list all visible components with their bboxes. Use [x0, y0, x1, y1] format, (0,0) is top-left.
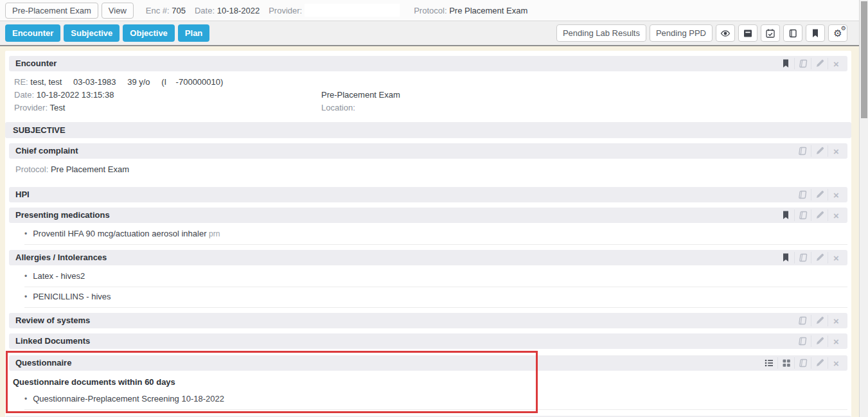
pencil-icon[interactable] [811, 145, 828, 157]
pencil-icon[interactable] [811, 315, 828, 326]
book-icon[interactable] [794, 357, 811, 369]
list-view-icon[interactable] [761, 357, 777, 369]
note-panel: Encounter × RE: test, test 03-03-1983 39… [5, 51, 851, 417]
eye-icon [720, 28, 731, 39]
scrollbar-thumb[interactable] [861, 1, 867, 118]
presenting-medications-actions: × [777, 209, 844, 221]
pencil-icon[interactable] [811, 189, 828, 200]
hpi-title: HPI [15, 190, 30, 199]
nav-objective-button[interactable]: Objective [123, 24, 175, 42]
pencil-icon[interactable] [811, 58, 828, 69]
calendar-icon-button[interactable] [761, 24, 780, 42]
provider-field-label: Provider: [269, 6, 302, 15]
archive-icon-button[interactable] [738, 24, 757, 42]
book-icon[interactable] [794, 189, 811, 200]
note-content-area: Encounter × RE: test, test 03-03-1983 39… [0, 46, 859, 417]
encounter-info-bar: Pre-Placement Exam View Enc #: 705 Date:… [0, 0, 859, 21]
chief-complaint-actions: × [794, 145, 844, 157]
encounter-section-actions: × [777, 58, 844, 69]
close-icon[interactable]: × [828, 58, 844, 69]
book-icon[interactable] [794, 58, 811, 69]
linked-documents-header: Linked Documents × [9, 333, 847, 349]
book-icon [788, 28, 798, 39]
gears-icon: ⚙⚙ [833, 28, 842, 38]
vertical-scrollbar[interactable] [859, 0, 868, 417]
book-icon[interactable] [794, 315, 811, 326]
allergies-title: Allergies / Intolerances [15, 253, 107, 262]
pending-ppd-button[interactable]: Pending PPD [650, 24, 713, 42]
bookmark-icon[interactable] [777, 252, 794, 263]
provider-input[interactable] [305, 4, 400, 17]
encounter-details: RE: test, test 03-03-1983 39 y/o (I -700… [9, 71, 847, 122]
close-icon[interactable]: × [828, 189, 844, 200]
medication-list: Proventil HFA 90 mcg/actuation aerosol i… [9, 224, 847, 245]
nav-encounter-button[interactable]: Encounter [5, 24, 60, 42]
chief-complaint-title: Chief complaint [15, 146, 78, 155]
calendar-check-icon [765, 28, 775, 39]
pencil-icon[interactable] [811, 209, 828, 221]
questionnaire-document-item[interactable]: Questionnaire-Preplacement Screening 10-… [24, 389, 847, 410]
close-icon[interactable]: × [828, 145, 844, 157]
subjective-title: SUBJECTIVE [13, 125, 66, 135]
book-icon-button[interactable] [783, 24, 802, 42]
allergies-header: Allergies / Intolerances × [9, 250, 847, 265]
review-of-systems-actions: × [794, 315, 844, 326]
chief-complaint-content: Protocol: Pre Placement Exam [9, 159, 847, 182]
allergy-list: Latex - hives2 PENICILLINS - hives [9, 267, 847, 308]
patient-id: (I -700000010) [161, 77, 223, 87]
enc-number: Enc #: 705 [146, 6, 186, 15]
presenting-medications-title: Presenting medications [15, 210, 110, 220]
close-icon[interactable]: × [828, 315, 844, 326]
settings-icon-button[interactable]: ⚙⚙ [828, 24, 847, 42]
close-icon[interactable]: × [828, 252, 844, 263]
medication-item[interactable]: Proventil HFA 90 mcg/actuation aerosol i… [24, 224, 847, 245]
bookmark-icon-button[interactable] [806, 24, 825, 42]
protocol-info: Protocol: Pre Placement Exam [414, 6, 527, 15]
provider-line: Provider: Test [14, 102, 321, 114]
bookmark-icon [810, 28, 820, 39]
view-button[interactable]: View [102, 3, 134, 19]
subjective-section-header: SUBJECTIVE [5, 122, 851, 138]
allergy-item[interactable]: Latex - hives2 [24, 267, 847, 287]
hpi-actions: × [794, 189, 844, 200]
questionnaire-document-list: Questionnaire-Preplacement Screening 10-… [9, 389, 847, 410]
location-line: Location: [321, 102, 355, 114]
linked-documents-title: Linked Documents [15, 336, 90, 346]
close-icon[interactable]: × [828, 357, 844, 369]
encounter-date-line: Date: 10-18-2022 13:15:38 [14, 89, 321, 102]
close-icon[interactable]: × [828, 335, 844, 347]
section-nav-bar: Encounter Subjective Objective Plan Pend… [0, 21, 859, 46]
questionnaire-actions: × [761, 357, 844, 369]
book-icon[interactable] [794, 209, 811, 221]
patient-line: RE: test, test 03-03-1983 39 y/o (I -700… [14, 76, 842, 89]
pending-lab-results-button[interactable]: Pending Lab Results [556, 24, 646, 42]
exam-type-button[interactable]: Pre-Placement Exam [5, 3, 98, 19]
bookmark-icon[interactable] [777, 209, 794, 221]
close-icon[interactable]: × [828, 209, 844, 221]
questionnaire-header: Questionnaire × [9, 355, 847, 371]
hpi-header: HPI × [9, 187, 847, 202]
bookmark-icon[interactable] [777, 58, 794, 69]
eye-icon-button[interactable] [716, 24, 735, 42]
encounter-section-header: Encounter × [9, 56, 847, 71]
review-of-systems-header: Review of systems × [9, 313, 847, 328]
book-icon[interactable] [794, 145, 811, 157]
medication-sig: prn [209, 229, 220, 238]
nav-subjective-button[interactable]: Subjective [64, 24, 120, 42]
pencil-icon[interactable] [811, 252, 828, 263]
questionnaire-section: Questionnaire × Questionnaire documents … [9, 355, 847, 410]
questionnaire-title: Questionnaire [15, 358, 71, 368]
grid-view-icon[interactable] [777, 357, 794, 369]
encounter-section-title: Encounter [15, 58, 57, 68]
archive-box-icon [743, 28, 753, 39]
pencil-icon[interactable] [811, 357, 828, 369]
pencil-icon[interactable] [811, 335, 828, 347]
review-of-systems-title: Review of systems [15, 315, 90, 325]
nav-plan-button[interactable]: Plan [178, 24, 209, 42]
book-icon[interactable] [794, 335, 811, 347]
questionnaire-subtitle: Questionnaire documents within 60 days [9, 371, 847, 388]
allergies-actions: × [777, 252, 844, 263]
chief-complaint-header: Chief complaint × [9, 143, 847, 159]
book-icon[interactable] [794, 252, 811, 263]
allergy-item[interactable]: PENICILLINS - hives [24, 287, 847, 308]
